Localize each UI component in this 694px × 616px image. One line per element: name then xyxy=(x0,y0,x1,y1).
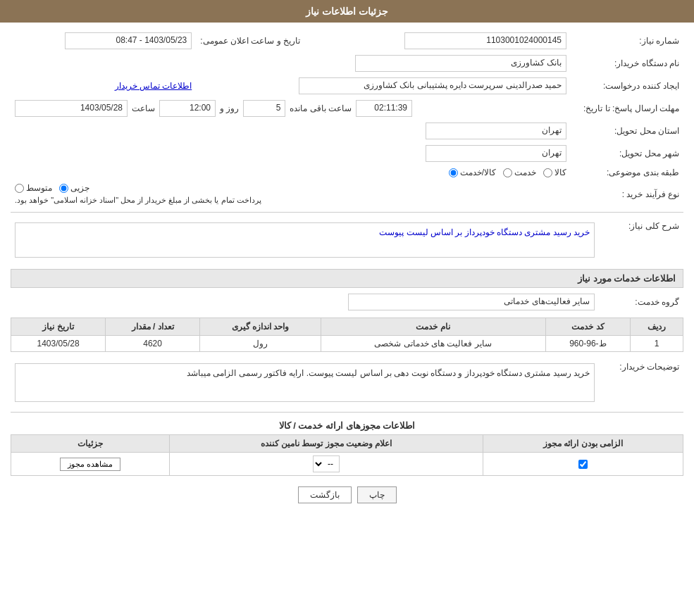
services-section-header: اطلاعات خدمات مورد نیاز xyxy=(11,269,683,288)
buyer-desc-row: توضیحات خریدار: خرید رسید مشتری دستگاه خ… xyxy=(11,358,683,408)
announce-value: 1403/05/23 - 08:47 xyxy=(11,30,196,52)
purchase-radio-group: جزیی متوسط xyxy=(15,183,89,193)
col-row: ردیف xyxy=(631,318,683,336)
need-number-row: شماره نیاز: 1103001024000145 تاریخ و ساع… xyxy=(11,30,683,52)
print-button[interactable]: چاپ xyxy=(357,486,397,503)
table-row: 1ط-96-960سایر فعالیت های خدماتی شخصیرول4… xyxy=(11,336,683,352)
perm-col-required: الزامی بودن ارائه مجوز xyxy=(483,435,683,453)
category-khedmat-item: خدمت xyxy=(503,168,536,177)
deadline-row: مهلت ارسال پاسخ: تا تاریخ: 1403/05/28 سا… xyxy=(11,97,683,120)
services-table-head: ردیف کد خدمت نام خدمت واحد اندازه گیری ت… xyxy=(11,318,683,336)
perm-col-supplier: اعلام وضعیت مجوز توسط نامین کننده xyxy=(170,435,483,453)
category-row: طبقه بندی موضوعی: کالا خدمت کالا/خدمت xyxy=(11,165,683,180)
perm-required-checkbox[interactable] xyxy=(578,460,588,469)
need-number-input: 1103001024000145 xyxy=(404,32,566,49)
main-content: شماره نیاز: 1103001024000145 تاریخ و ساع… xyxy=(0,23,694,521)
buyer-desc-label: توضیحات خریدار: xyxy=(599,358,683,408)
purchase-motavasset-label: متوسط xyxy=(26,183,52,193)
province-label: استان محل تحویل: xyxy=(571,120,683,142)
permissions-table-head: الزامی بودن ارائه مجوز اعلام وضعیت مجوز … xyxy=(11,435,683,453)
page-wrapper: جزئیات اطلاعات نیاز شماره نیاز: 11030010… xyxy=(0,0,694,616)
deadline-days-input: 5 xyxy=(243,100,285,117)
buyer-org-input: بانک کشاورزی xyxy=(355,55,566,72)
footer-buttons: چاپ بازگشت xyxy=(11,476,683,514)
deadline-remaining-label: ساعت باقی مانده xyxy=(290,103,352,113)
need-desc-text: خرید رسید مشتری دستگاه خودپرداز بر اساس … xyxy=(379,227,590,237)
cell-quantity: 4620 xyxy=(106,336,200,352)
province-input: تهران xyxy=(426,122,566,139)
permissions-table-body: --مشاهده مجوز xyxy=(11,453,683,476)
page-header: جزئیات اطلاعات نیاز xyxy=(0,0,694,23)
need-number-value: 1103001024000145 xyxy=(337,30,571,52)
buyer-desc-value: خرید رسید مشتری دستگاه خودپرداز و دستگاه… xyxy=(15,363,595,402)
perm-details-cell: مشاهده مجوز xyxy=(11,453,170,476)
perm-required-cell xyxy=(483,453,683,476)
deadline-time-input: 12:00 xyxy=(159,100,216,117)
purchase-motavasset-item: متوسط xyxy=(15,183,52,193)
cell-code: ط-96-960 xyxy=(545,336,631,352)
purchase-jozei-radio[interactable] xyxy=(59,184,68,193)
back-button[interactable]: بازگشت xyxy=(298,486,352,503)
need-number-label: شماره نیاز: xyxy=(571,30,683,52)
creator-label: ایجاد کننده درخواست: xyxy=(571,75,683,97)
permissions-header-row: الزامی بودن ارائه مجوز اعلام وضعیت مجوز … xyxy=(11,435,683,453)
category-kala-khedmat-label: کالا/خدمت xyxy=(460,168,496,177)
buyer-org-value: بانک کشاورزی xyxy=(11,52,571,75)
cell-unit: رول xyxy=(200,336,321,352)
purchase-jozei-item: جزیی xyxy=(59,183,89,193)
view-perm-button[interactable]: مشاهده مجوز xyxy=(60,458,120,471)
category-khedmat-radio[interactable] xyxy=(503,168,512,177)
service-group-row: گروه خدمت: سایر فعالیت‌های خدماتی xyxy=(11,291,683,313)
col-quantity: تعداد / مقدار xyxy=(106,318,200,336)
divider-1 xyxy=(11,212,683,213)
page-title: جزئیات اطلاعات نیاز xyxy=(306,6,388,17)
deadline-container: 1403/05/28 ساعت 12:00 روز و 5 ساعت باقی … xyxy=(15,100,566,117)
purchase-type-container: جزیی متوسط پرداخت تمام یا بخشی از مبلغ خ… xyxy=(15,183,566,205)
category-label: طبقه بندی موضوعی: xyxy=(571,165,683,180)
category-kala-khedmat-item: کالا/خدمت xyxy=(449,168,496,177)
buyer-org-row: نام دستگاه خریدار: بانک کشاورزی xyxy=(11,52,683,75)
deadline-days-label: روز و xyxy=(220,103,239,113)
deadline-label: مهلت ارسال پاسخ: تا تاریخ: xyxy=(571,97,683,120)
col-date: تاریخ نیاز xyxy=(11,318,106,336)
city-label: شهر محل تحویل: xyxy=(571,142,683,165)
service-group-table: گروه خدمت: سایر فعالیت‌های خدماتی xyxy=(11,291,683,313)
services-table-header-row: ردیف کد خدمت نام خدمت واحد اندازه گیری ت… xyxy=(11,318,683,336)
cell-row: 1 xyxy=(631,336,683,352)
category-kala-khedmat-radio[interactable] xyxy=(449,168,458,177)
category-kala-radio[interactable] xyxy=(543,168,552,177)
purchase-type-row: نوع فرآیند خرید : جزیی متوسط xyxy=(11,180,683,208)
city-input: تهران xyxy=(426,145,566,162)
cell-name: سایر فعالیت های خدماتی شخصی xyxy=(321,336,545,352)
announce-input: 1403/05/23 - 08:47 xyxy=(65,32,192,49)
deadline-time-label: ساعت xyxy=(132,103,155,113)
perm-col-details: جزئیات xyxy=(11,435,170,453)
col-name: نام خدمت xyxy=(321,318,545,336)
creator-input: حمید صدرالدینی سرپرست دایره پشتیبانی بان… xyxy=(299,77,566,94)
category-kala-item: کالا xyxy=(543,168,566,177)
purchase-jozei-label: جزیی xyxy=(70,183,89,193)
col-code: کد خدمت xyxy=(545,318,631,336)
buyer-desc-text: خرید رسید مشتری دستگاه خودپرداز و دستگاه… xyxy=(187,368,590,378)
permissions-table: الزامی بودن ارائه مجوز اعلام وضعیت مجوز … xyxy=(11,434,683,476)
category-kala-label: کالا xyxy=(554,168,566,177)
perm-supplier-select[interactable]: -- xyxy=(313,455,340,472)
divider-2 xyxy=(11,412,683,413)
need-desc-row: شرح کلی نیاز: خرید رسید مشتری دستگاه خود… xyxy=(11,217,683,263)
buyer-desc-table: توضیحات خریدار: خرید رسید مشتری دستگاه خ… xyxy=(11,358,683,408)
province-row: استان محل تحویل: تهران xyxy=(11,120,683,142)
perm-checkbox-container xyxy=(489,460,677,469)
need-desc-table: شرح کلی نیاز: خرید رسید مشتری دستگاه خود… xyxy=(11,217,683,263)
purchase-motavasset-radio[interactable] xyxy=(15,184,24,193)
deadline-remaining-input: 02:11:39 xyxy=(356,100,412,117)
services-table-body: 1ط-96-960سایر فعالیت های خدماتی شخصیرول4… xyxy=(11,336,683,352)
col-unit: واحد اندازه گیری xyxy=(200,318,321,336)
info-table: شماره نیاز: 1103001024000145 تاریخ و ساع… xyxy=(11,30,683,208)
contact-link[interactable]: اطلاعات تماس خریدار xyxy=(115,81,192,91)
need-desc-value: خرید رسید مشتری دستگاه خودپرداز بر اساس … xyxy=(15,222,595,258)
perm-supplier-cell: -- xyxy=(170,453,483,476)
service-group-input: سایر فعالیت‌های خدماتی xyxy=(348,294,595,310)
need-desc-label: شرح کلی نیاز: xyxy=(599,217,683,263)
deadline-date-input: 1403/05/28 xyxy=(15,100,128,117)
buyer-org-label: نام دستگاه خریدار: xyxy=(571,52,683,75)
